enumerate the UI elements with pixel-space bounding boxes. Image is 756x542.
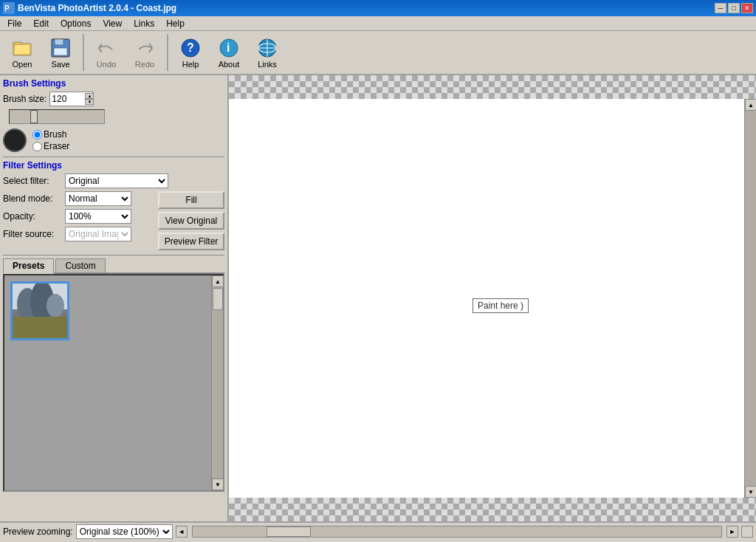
presets-scroll-thumb[interactable] (213, 288, 223, 310)
toolbar-separator-1 (83, 34, 84, 71)
brush-size-row: Brush size: ▲ ▼ (3, 92, 105, 106)
tabs-row: Presets Custom (3, 258, 224, 274)
checker-strip-top (229, 75, 756, 99)
paint-here-label: Paint here ) (472, 298, 529, 313)
presets-scroll-up[interactable]: ▲ (212, 275, 224, 287)
canvas-content[interactable]: Paint here ) (229, 99, 744, 498)
spin-down[interactable]: ▼ (85, 99, 94, 105)
hscroll-right[interactable]: ► (726, 526, 738, 538)
title-bar: P BenVista PhotoArtist 2.0.4 - Coast.jpg… (0, 0, 756, 16)
brush-size-slider[interactable] (9, 109, 105, 124)
opacity-row: Opacity: 100% 75% 50% (3, 209, 155, 224)
filter-settings-title: Filter Settings (3, 160, 224, 171)
brush-radio-eraser-label: Eraser (44, 141, 69, 151)
menu-links[interactable]: Links (128, 17, 160, 30)
opacity-select[interactable]: 100% 75% 50% (65, 209, 131, 224)
undo-button[interactable]: Undo (89, 34, 124, 71)
toolbar-separator-2 (167, 34, 168, 71)
zoom-label: Preview zooming: (3, 526, 73, 537)
zoom-select[interactable]: Original size (100%) 50% 75% 150% 200% (76, 524, 173, 539)
brush-preview (3, 128, 27, 152)
svg-rect-7 (54, 48, 67, 55)
redo-icon (133, 36, 157, 60)
links-icon (255, 36, 279, 60)
about-icon: i (217, 36, 241, 60)
save-icon (49, 36, 72, 60)
hscrollbar[interactable] (192, 526, 722, 538)
corner-cell (741, 526, 753, 538)
brush-mode-group: Brush Eraser (32, 129, 69, 151)
select-filter-row: Select filter: Original Oil Paint Waterc… (3, 174, 224, 188)
presets-scroll-down[interactable]: ▼ (212, 478, 224, 490)
menu-bar: File Edit Options View Links Help (0, 16, 756, 31)
brush-slider-thumb[interactable] (30, 110, 38, 123)
opacity-label: Opacity: (3, 211, 62, 222)
svg-rect-4 (15, 45, 30, 54)
menu-file[interactable]: File (1, 17, 27, 30)
hscroll-thumb[interactable] (267, 526, 311, 537)
svg-rect-6 (55, 39, 63, 45)
brush-size-label: Brush size: (3, 94, 47, 104)
vscroll-down[interactable]: ▼ (745, 486, 756, 498)
view-original-button[interactable]: View Original (158, 212, 224, 230)
window-title: BenVista PhotoArtist 2.0.4 - Coast.jpg (18, 3, 713, 13)
maximize-button[interactable]: □ (728, 3, 740, 13)
blend-mode-select[interactable]: Normal Multiply Screen Overlay (65, 191, 131, 206)
open-icon (10, 36, 34, 60)
menu-options[interactable]: Options (55, 17, 97, 30)
section-divider-2 (3, 255, 224, 255)
spin-arrows: ▲ ▼ (85, 93, 94, 105)
spin-up[interactable]: ▲ (85, 93, 94, 99)
canvas-vscroll[interactable]: ▲ ▼ (744, 99, 756, 498)
canvas-area: Paint here ) ▲ ▼ (229, 75, 756, 521)
left-panel: Brush Settings Brush size: ▲ ▼ (0, 75, 229, 521)
open-label: Open (13, 60, 32, 69)
filter-source-label: Filter source: (3, 229, 62, 239)
preset-item-1[interactable] (10, 281, 69, 340)
svg-text:i: i (227, 41, 230, 54)
close-button[interactable]: ✕ (741, 3, 753, 13)
brush-size-spinbox[interactable]: ▲ ▼ (49, 92, 94, 106)
app-icon: P (3, 2, 15, 14)
fill-button[interactable]: Fill (158, 191, 224, 209)
menu-edit[interactable]: Edit (27, 17, 55, 30)
hscroll-left[interactable]: ◄ (176, 526, 188, 538)
tab-custom[interactable]: Custom (55, 258, 105, 272)
filter-section: Filter Settings Select filter: Original … (3, 160, 224, 250)
canvas-wrapper: Paint here ) ▲ ▼ (229, 99, 756, 498)
links-button[interactable]: Links (250, 34, 285, 71)
presets-scrollbar[interactable]: ▲ ▼ (211, 275, 223, 490)
brush-radio-brush[interactable]: Brush (32, 129, 69, 140)
svg-point-26 (47, 294, 64, 318)
svg-rect-3 (13, 42, 22, 45)
svg-text:P: P (4, 4, 10, 13)
filter-select[interactable]: Original Oil Paint Watercolor Sketch (65, 174, 168, 188)
brush-radio-brush-label: Brush (44, 129, 66, 140)
open-button[interactable]: Open (4, 34, 40, 71)
toolbar-file-group: Open Save (4, 34, 78, 71)
about-label: About (219, 60, 240, 69)
brush-radio-eraser[interactable]: Eraser (32, 141, 69, 151)
redo-button[interactable]: Redo (127, 34, 162, 71)
brush-section: Brush Settings Brush size: ▲ ▼ (3, 78, 224, 152)
vscroll-track[interactable] (745, 111, 756, 486)
help-icon: ? (179, 36, 202, 60)
section-divider (3, 157, 224, 157)
filter-source-select[interactable]: Original Image (65, 227, 131, 241)
tab-presets[interactable]: Presets (3, 258, 54, 274)
menu-help[interactable]: Help (160, 17, 190, 30)
vscroll-up[interactable]: ▲ (745, 99, 756, 111)
minimize-button[interactable]: ─ (715, 3, 726, 13)
menu-view[interactable]: View (97, 17, 128, 30)
redo-label: Redo (135, 60, 154, 69)
checker-strip-bottom (229, 498, 756, 521)
brush-size-input[interactable] (52, 94, 85, 104)
presets-scroll-track[interactable] (212, 287, 223, 478)
save-button[interactable]: Save (43, 34, 78, 71)
help-button[interactable]: ? Help (173, 34, 208, 71)
preview-filter-button[interactable]: Preview Filter (158, 233, 224, 250)
toolbar: Open Save Undo (0, 31, 756, 75)
undo-label: Undo (97, 60, 116, 69)
blend-mode-label: Blend mode: (3, 193, 62, 204)
about-button[interactable]: i About (211, 34, 247, 71)
